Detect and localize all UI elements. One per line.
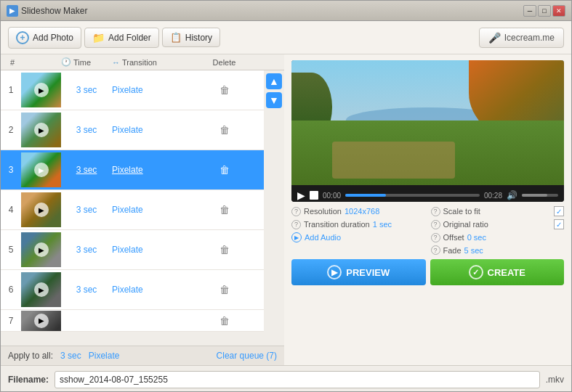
original-ratio-row: ? Original ratio ✓ (431, 219, 565, 229)
slide-number: 3 (1, 165, 21, 175)
add-audio-link[interactable]: Add Audio (305, 233, 341, 242)
slide-thumbnail[interactable]: ▶ (21, 192, 61, 227)
table-row: 4 ▶ 3 sec Pixelate 🗑 (1, 190, 264, 230)
maximize-button[interactable]: □ (538, 5, 551, 17)
create-button[interactable]: ✓ CREATE (430, 259, 565, 285)
fade-label: Fade (443, 246, 462, 255)
slide-thumbnail[interactable]: ▶ (21, 232, 61, 267)
slide-delete: 🗑 (185, 84, 264, 96)
volume-bar[interactable] (522, 194, 558, 197)
slide-thumbnail[interactable]: ▶ (21, 152, 61, 187)
preview-label: PREVIEW (346, 267, 390, 278)
offset-value[interactable]: 0 sec (467, 233, 486, 242)
filename-label: Filename: (8, 375, 49, 385)
add-audio-row: ▶ Add Audio (291, 232, 425, 242)
filename-input[interactable] (55, 371, 540, 388)
add-folder-button[interactable]: 📁 Add Folder (84, 28, 159, 48)
progress-fill (345, 194, 385, 197)
arrow-column: ▲ ▼ (264, 70, 284, 346)
slide-number: 7 (1, 316, 21, 326)
minimize-button[interactable]: ─ (523, 5, 536, 17)
thumb-play-icon: ▶ (34, 83, 49, 97)
slide-delete: 🗑 (185, 315, 264, 327)
slide-thumbnail[interactable]: ▶ (21, 113, 61, 147)
slide-thumbnail[interactable]: ▶ (21, 272, 61, 307)
thumb-bg: ▶ (21, 192, 61, 227)
scroll-down-button[interactable]: ▼ (266, 92, 282, 108)
folder-icon: 📁 (92, 32, 105, 44)
apply-bar: Apply to all: 3 sec Pixelate Clear queue… (1, 346, 284, 365)
scale-help-icon[interactable]: ? (431, 207, 440, 216)
slide-transition: Pixelate (112, 165, 185, 175)
transition-duration-value[interactable]: 1 sec (373, 220, 392, 229)
title-bar-controls: ─ □ ✕ (523, 5, 565, 17)
delete-icon[interactable]: 🗑 (219, 315, 230, 327)
scale-checkbox[interactable]: ✓ (554, 206, 564, 216)
thumb-bg: ▶ (21, 311, 61, 331)
col-num: # (1, 58, 21, 67)
volume-icon[interactable]: 🔊 (507, 190, 517, 200)
slide-time: 3 sec (61, 85, 112, 95)
thumb-bg: ▶ (21, 73, 61, 107)
delete-icon[interactable]: 🗑 (219, 84, 230, 96)
toolbar: + Add Photo 📁 Add Folder 📋 History 🎤 Ice… (1, 21, 571, 54)
icecream-button[interactable]: 🎤 Icecream.me (479, 28, 564, 48)
preview-button[interactable]: ▶ PREVIEW (291, 259, 426, 285)
clear-queue-link[interactable]: Clear queue (7) (217, 351, 277, 361)
col-transition: ↔ Transition (112, 58, 185, 67)
apply-time-link[interactable]: 3 sec (60, 351, 81, 361)
add-photo-icon: + (16, 31, 29, 44)
extension-label: .mkv (546, 375, 564, 385)
progress-bar[interactable] (345, 194, 480, 197)
slide-time: 3 sec (61, 245, 112, 255)
apply-transition-link[interactable]: Pixelate (89, 351, 120, 361)
time-current: 00:00 (323, 192, 341, 200)
slide-transition: Pixelate (112, 245, 185, 255)
add-photo-button[interactable]: + Add Photo (8, 27, 81, 49)
transition-help-icon[interactable]: ? (291, 220, 301, 229)
history-icon: 📋 (170, 32, 182, 43)
fade-value[interactable]: 5 sec (464, 246, 483, 255)
empty-row (291, 245, 425, 255)
title-bar: ▶ Slideshow Maker ─ □ ✕ (1, 1, 571, 21)
resolution-row: ? Resolution 1024x768 (291, 206, 425, 216)
ratio-checkbox[interactable]: ✓ (554, 219, 564, 229)
video-image (291, 60, 564, 185)
slide-number: 5 (1, 245, 21, 255)
resolution-help-icon[interactable]: ? (291, 207, 301, 216)
table-row: 5 ▶ 3 sec Pixelate 🗑 (1, 230, 264, 270)
transition-duration-row: ? Transition duration 1 sec (291, 219, 425, 229)
thumb-bg: ▶ (21, 232, 61, 267)
table-row: 3 ▶ 3 sec Pixelate 🗑 (1, 150, 264, 190)
delete-icon[interactable]: 🗑 (219, 124, 230, 136)
delete-icon[interactable]: 🗑 (219, 284, 230, 295)
delete-icon[interactable]: 🗑 (219, 164, 230, 176)
scroll-up-button[interactable]: ▲ (266, 73, 282, 89)
thumb-play-icon: ▶ (34, 163, 49, 177)
mic-icon: 🎤 (488, 32, 501, 44)
thumb-play-icon: ▶ (34, 242, 49, 257)
offset-help-icon[interactable]: ? (431, 233, 440, 242)
title-bar-left: ▶ Slideshow Maker (7, 5, 87, 17)
stop-button[interactable] (310, 191, 318, 200)
delete-icon[interactable]: 🗑 (219, 244, 230, 256)
slide-delete: 🗑 (185, 204, 264, 216)
history-button[interactable]: 📋 History (162, 28, 220, 47)
delete-icon[interactable]: 🗑 (219, 204, 230, 216)
create-icon: ✓ (469, 265, 483, 279)
app-title: Slideshow Maker (21, 6, 87, 16)
resolution-value[interactable]: 1024x768 (345, 207, 379, 216)
ratio-help-icon[interactable]: ? (431, 220, 440, 229)
slide-thumbnail[interactable]: ▶ (21, 311, 61, 331)
slide-delete: 🗑 (185, 244, 264, 256)
slide-time: 3 sec (61, 165, 112, 175)
slide-list: 1 ▶ 3 sec Pixelate 🗑 (1, 70, 264, 346)
slide-thumbnail[interactable]: ▶ (21, 73, 61, 107)
table-header: # 🕐 Time ↔ Transition Delete (1, 54, 284, 70)
fade-help-icon[interactable]: ? (431, 245, 440, 255)
thumb-play-icon: ▶ (34, 123, 49, 137)
play-button[interactable]: ▶ (297, 189, 305, 201)
thumb-play-icon: ▶ (34, 314, 49, 328)
close-button[interactable]: ✕ (552, 5, 565, 17)
slide-time: 3 sec (61, 285, 112, 295)
